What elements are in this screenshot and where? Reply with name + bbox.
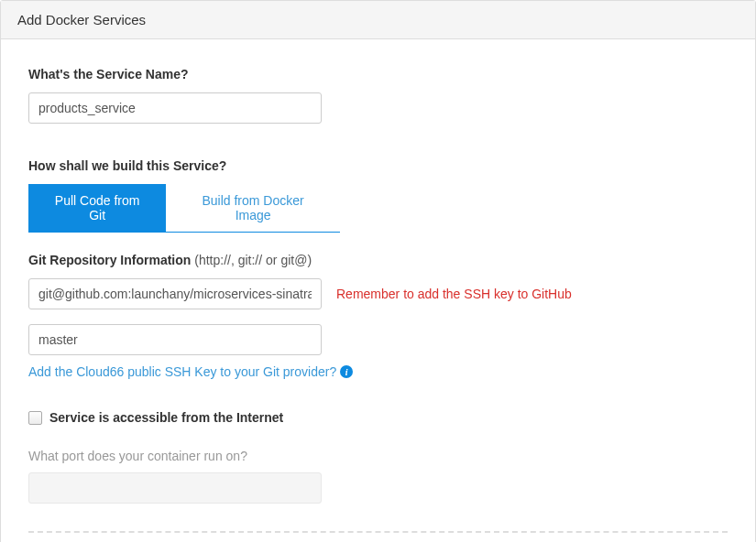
info-icon[interactable]: i (340, 365, 353, 378)
ssh-warning-text: Remember to add the SSH key to GitHub (336, 287, 572, 301)
git-repo-url-input[interactable] (28, 278, 322, 309)
ssh-key-link[interactable]: Add the Cloud66 public SSH Key to your G… (28, 364, 336, 379)
git-repo-hint: (http://, git:// or git@) (194, 253, 312, 267)
service-name-label: What's the Service Name? (28, 67, 728, 81)
port-input (28, 472, 322, 504)
accessible-checkbox-row: Service is accessible from the Internet (28, 410, 728, 425)
build-method-section: How shall we build this Service? Pull Co… (28, 158, 728, 233)
tab-build-from-docker-image[interactable]: Build from Docker Image (166, 184, 340, 232)
panel-title: Add Docker Services (1, 1, 755, 39)
build-method-label: How shall we build this Service? (28, 158, 728, 173)
add-docker-services-panel: Add Docker Services What's the Service N… (0, 0, 756, 542)
panel-body: What's the Service Name? How shall we bu… (1, 39, 755, 542)
accessible-label: Service is accessible from the Internet (49, 410, 283, 425)
git-repo-label: Git Repository Information (28, 253, 191, 267)
git-branch-input[interactable] (28, 324, 322, 355)
tab-pull-code-from-git[interactable]: Pull Code from Git (28, 184, 166, 232)
accessible-checkbox[interactable] (28, 411, 42, 425)
port-label: What port does your container run on? (28, 449, 728, 463)
port-section: What port does your container run on? (28, 449, 728, 504)
service-name-section: What's the Service Name? (28, 67, 728, 124)
build-method-tabs: Pull Code from Git Build from Docker Ima… (28, 184, 340, 233)
ssh-link-row: Add the Cloud66 public SSH Key to your G… (28, 364, 728, 379)
git-repo-label-row: Git Repository Information (http://, git… (28, 253, 728, 267)
section-divider (28, 531, 728, 533)
git-repo-section: Git Repository Information (http://, git… (28, 253, 728, 379)
service-name-input[interactable] (28, 92, 322, 124)
git-repo-url-row: Remember to add the SSH key to GitHub (28, 278, 728, 309)
accessible-section: Service is accessible from the Internet (28, 410, 728, 425)
